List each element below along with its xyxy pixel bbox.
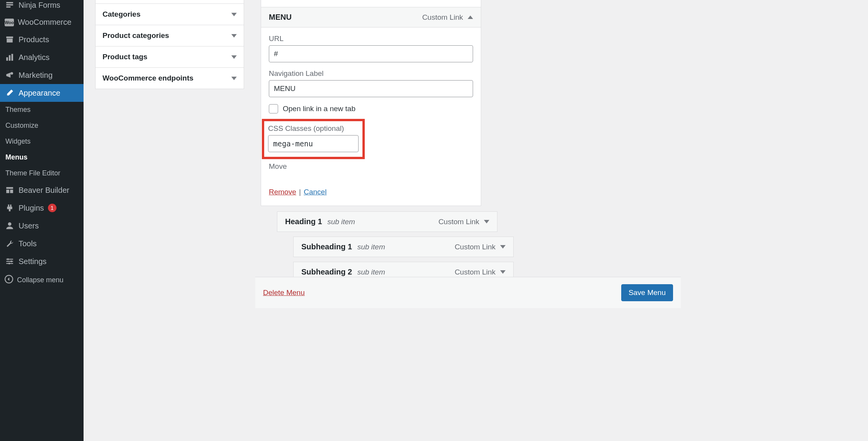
form-icon (5, 0, 15, 10)
svg-point-12 (8, 222, 12, 226)
cancel-link[interactable]: Cancel (304, 188, 326, 196)
svg-point-17 (10, 261, 12, 262)
acc-label: Categories (103, 10, 140, 19)
content-area: Categories Product categories Product ta… (84, 0, 597, 441)
menu-item-type-col: Custom Link (422, 13, 473, 22)
separator: | (299, 188, 301, 196)
menu-item-heading-1: Heading 1 sub item Custom Link (277, 211, 497, 232)
submenu-customize[interactable]: Customize (0, 118, 84, 134)
submenu-themes[interactable]: Themes (0, 102, 84, 118)
menu-item-subtitle: sub item (357, 243, 385, 251)
wrench-icon (5, 239, 15, 249)
svg-point-8 (10, 72, 13, 75)
sidebar-label: Appearance (19, 89, 60, 98)
sidebar-label: Settings (19, 257, 46, 266)
archive-icon (5, 34, 15, 45)
sidebar-label: Marketing (19, 71, 53, 80)
sidebar-label: Ninja Forms (19, 1, 60, 10)
menu-item-type-col: Custom Link (455, 243, 506, 251)
sidebar-item-marketing[interactable]: Marketing (0, 66, 84, 84)
css-classes-label: CSS Classes (optional) (268, 124, 359, 133)
svg-rect-3 (6, 36, 13, 38)
svg-point-16 (7, 258, 9, 260)
menu-item-type: Custom Link (455, 243, 496, 251)
sidebar-item-settings[interactable]: Settings (0, 252, 84, 270)
chevron-up-icon (468, 15, 473, 19)
acc-spacer (96, 0, 244, 3)
sidebar-item-products[interactable]: Products (0, 31, 84, 48)
sidebar-item-appearance[interactable]: Appearance (0, 84, 84, 102)
menu-item-header[interactable]: MENU Custom Link (261, 7, 481, 27)
chevron-down-icon (500, 270, 506, 274)
sidebar-item-tools[interactable]: Tools (0, 235, 84, 252)
remove-link[interactable]: Remove (269, 188, 296, 196)
move-label: Move (269, 162, 473, 171)
url-label: URL (269, 34, 473, 43)
add-menu-items-panel: Categories Product categories Product ta… (95, 0, 244, 89)
acc-categories[interactable]: Categories (96, 3, 244, 25)
delete-menu-link[interactable]: Delete Menu (263, 288, 305, 297)
menu-item-header[interactable]: Heading 1 sub item Custom Link (277, 212, 497, 232)
sidebar-label: Products (19, 35, 49, 44)
menu-item-title: Heading 1 (285, 217, 322, 226)
layout-icon (5, 185, 15, 195)
chevron-down-icon (231, 77, 237, 80)
newtab-checkbox[interactable] (269, 104, 278, 113)
menu-item-type: Custom Link (455, 268, 496, 276)
svg-rect-5 (6, 57, 8, 61)
nav-label-input[interactable] (269, 80, 473, 97)
menu-item-subtitle: sub item (327, 218, 355, 226)
save-menu-button[interactable]: Save Menu (621, 284, 673, 301)
submenu-theme-editor[interactable]: Theme File Editor (0, 165, 84, 181)
sidebar-item-woocommerce[interactable]: Woo WooCommerce (0, 14, 84, 31)
sidebar-label: Users (19, 221, 39, 230)
svg-rect-0 (6, 2, 13, 3)
brush-icon (5, 88, 15, 98)
submenu-menus[interactable]: Menus (0, 149, 84, 165)
svg-rect-10 (6, 190, 9, 193)
plugin-icon (5, 203, 15, 213)
sidebar-label: WooCommerce (18, 18, 72, 27)
acc-label: Product categories (103, 31, 169, 40)
sidebar-item-ninja-forms[interactable]: Ninja Forms (0, 0, 84, 14)
sidebar-label: Analytics (19, 53, 50, 62)
svg-rect-2 (6, 6, 10, 7)
sidebar-item-users[interactable]: Users (0, 217, 84, 235)
sidebar-item-beaver-builder[interactable]: Beaver Builder (0, 181, 84, 199)
acc-woo-endpoints[interactable]: WooCommerce endpoints (96, 67, 244, 89)
menu-item-title: Subheading 1 (301, 242, 352, 251)
sliders-icon (5, 256, 15, 266)
newtab-label: Open link in a new tab (283, 105, 355, 113)
menu-item-type-col: Custom Link (455, 268, 506, 276)
css-classes-highlight: CSS Classes (optional) (262, 119, 365, 159)
megaphone-icon (5, 70, 15, 80)
acc-product-categories[interactable]: Product categories (96, 25, 244, 46)
acc-product-tags[interactable]: Product tags (96, 46, 244, 67)
svg-rect-6 (9, 55, 10, 61)
menu-item-header[interactable]: Subheading 1 sub item Custom Link (294, 237, 513, 257)
sidebar-item-analytics[interactable]: Analytics (0, 48, 84, 66)
menu-structure-panel: MENU Custom Link URL Navigation Label O (261, 0, 481, 295)
chevron-down-icon (231, 13, 237, 16)
chevron-down-icon (484, 220, 489, 223)
sidebar-label: Plugins (19, 204, 44, 213)
menu-item-menu: MENU Custom Link URL Navigation Label O (261, 7, 481, 206)
submenu-widgets[interactable]: Widgets (0, 134, 84, 149)
chevron-down-icon (231, 34, 237, 38)
collapse-menu[interactable]: Collapse menu (0, 270, 84, 290)
menu-item-type-col: Custom Link (438, 218, 489, 226)
css-classes-input[interactable] (268, 135, 359, 152)
url-input[interactable] (269, 45, 473, 62)
chevron-down-icon (231, 55, 237, 59)
panel-top-strip (261, 0, 481, 7)
user-icon (5, 221, 15, 231)
sidebar-item-plugins[interactable]: Plugins 1 (0, 199, 84, 217)
menu-item-settings: URL Navigation Label Open link in a new … (261, 27, 481, 206)
menu-item-subheading-1: Subheading 1 sub item Custom Link (293, 237, 514, 257)
menu-footer-bar: Delete Menu Save Menu (255, 277, 681, 308)
appearance-submenu: Themes Customize Widgets Menus Theme Fil… (0, 102, 84, 181)
chart-icon (5, 52, 15, 62)
menu-item-title: MENU (269, 13, 292, 22)
svg-point-18 (9, 263, 10, 264)
svg-rect-9 (6, 187, 13, 189)
